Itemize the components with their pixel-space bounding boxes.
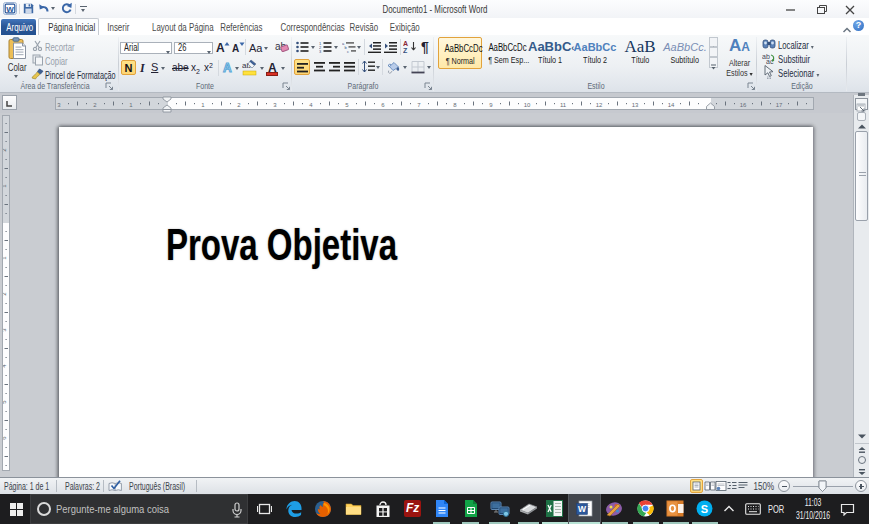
svg-text:4: 4 (3, 364, 7, 368)
svg-text:4: 4 (309, 102, 313, 108)
svg-text:1: 1 (3, 256, 7, 260)
svg-text:5: 5 (3, 400, 7, 404)
svg-text:S: S (701, 503, 708, 515)
svg-text:16: 16 (740, 102, 747, 108)
svg-text:9: 9 (489, 102, 493, 108)
svg-text:2: 2 (3, 292, 7, 296)
svg-text:c: c (347, 49, 349, 54)
svg-text:8: 8 (453, 102, 457, 108)
svg-text:1: 1 (129, 102, 133, 108)
svg-text:1: 1 (201, 102, 205, 108)
svg-text:3: 3 (3, 328, 7, 332)
svg-text:ac: ac (766, 58, 774, 65)
svg-text:1: 1 (3, 184, 7, 188)
svg-text:A: A (403, 40, 408, 47)
svg-text:14: 14 (668, 102, 675, 108)
svg-text:3: 3 (273, 102, 277, 108)
svg-text:7: 7 (417, 102, 421, 108)
svg-text:13: 13 (632, 102, 639, 108)
svg-text:2: 2 (93, 102, 97, 108)
svg-text:2: 2 (237, 102, 241, 108)
svg-text:3: 3 (319, 49, 322, 54)
svg-text:2: 2 (3, 148, 7, 152)
svg-text:W: W (578, 504, 587, 514)
svg-text:5: 5 (345, 102, 349, 108)
svg-text:6: 6 (3, 436, 7, 440)
svg-text:10: 10 (524, 102, 531, 108)
svg-text:3: 3 (57, 102, 61, 108)
svg-text:17: 17 (776, 102, 783, 108)
svg-text:11: 11 (560, 102, 567, 108)
svg-text:W: W (6, 5, 14, 14)
svg-text:6: 6 (381, 102, 385, 108)
svg-text:Z: Z (403, 47, 408, 54)
svg-text:12: 12 (596, 102, 603, 108)
